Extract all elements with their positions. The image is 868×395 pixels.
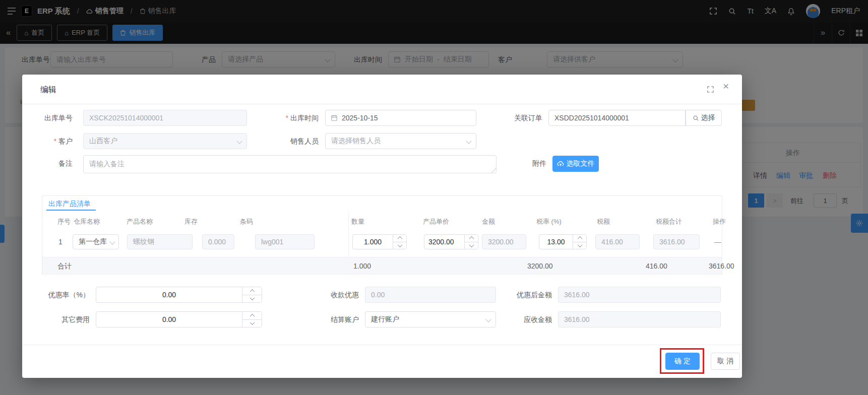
dialog-header-divider — [22, 104, 742, 104]
spinner-down-icon[interactable] — [393, 242, 406, 249]
upload-cloud-icon — [557, 160, 564, 167]
salesperson-select[interactable]: 请选择销售人员 — [325, 133, 476, 149]
tab-product-list[interactable]: 出库产品清单 — [48, 200, 91, 209]
col-stock: 库存 — [184, 217, 198, 226]
spinner-down-icon[interactable] — [465, 242, 478, 249]
chevron-down-icon — [236, 138, 242, 144]
receivable-input — [558, 311, 721, 327]
dialog-title: 编辑 — [40, 85, 56, 95]
customer-select: 山西客户 — [83, 133, 247, 149]
spinner-up-icon[interactable] — [573, 235, 586, 242]
amount-after-discount-label: 优惠后金额 — [502, 287, 552, 303]
row-qty-input[interactable] — [353, 235, 393, 249]
other-fee-input[interactable] — [96, 312, 242, 327]
col-barcode: 条码 — [240, 217, 253, 226]
chevron-down-icon — [466, 138, 471, 144]
spinner-down-icon[interactable] — [242, 295, 262, 303]
spinner-up-icon[interactable] — [393, 235, 406, 242]
total-tax: 416.00 — [646, 257, 667, 275]
col-warehouse: 仓库名称 — [74, 217, 100, 226]
total-tax-total: 3616.00 — [709, 257, 734, 275]
total-label: 合计 — [57, 257, 72, 275]
col-tax-rate: 税率 (%) — [536, 217, 562, 226]
customer-label: 客户 — [32, 133, 73, 149]
receivable-label: 应收金额 — [502, 311, 552, 327]
confirm-button[interactable]: 确 定 — [665, 353, 700, 370]
dialog-fullscreen-icon[interactable] — [707, 86, 714, 93]
fixed-column-divider — [348, 212, 349, 257]
other-fee-stepper[interactable] — [96, 311, 262, 327]
dialog-close-icon[interactable]: × — [723, 81, 729, 91]
active-tab-underline — [46, 210, 96, 211]
col-amount: 金额 — [482, 217, 495, 226]
row-tax-rate-input[interactable] — [539, 235, 573, 249]
settlement-account-select[interactable]: 建行账户 — [365, 311, 496, 327]
spinner-down-icon[interactable] — [242, 320, 262, 327]
attachment-upload-button[interactable]: 选取文件 — [552, 156, 599, 172]
salesperson-label: 销售人员 — [268, 133, 319, 149]
spinner-down-icon[interactable] — [573, 242, 586, 249]
out-time-value: 2025-10-15 — [342, 114, 378, 122]
col-price: 产品单价 — [423, 217, 449, 226]
row-amount-input — [482, 234, 526, 249]
remark-textarea[interactable] — [83, 155, 497, 173]
collection-discount-label: 收款优惠 — [308, 287, 359, 303]
amount-after-discount-input — [558, 287, 721, 303]
discount-rate-label: 优惠率（%） — [29, 287, 90, 303]
row-product-input — [127, 234, 193, 249]
dialog-footer-divider — [22, 345, 742, 345]
order-no-input — [83, 110, 247, 126]
col-op: 操作 — [713, 217, 726, 226]
chevron-down-icon — [485, 316, 491, 322]
out-time-label: 出库时间 — [268, 110, 319, 126]
other-fee-label: 其它费用 — [29, 311, 90, 327]
col-tax-total: 税额合计 — [656, 217, 682, 226]
product-list-section: 出库产品清单 序号 仓库名称 产品名称 库存 条码 数量 产品单价 金额 税率 … — [42, 195, 722, 275]
attachment-label: 附件 — [496, 155, 546, 171]
col-tax: 税额 — [597, 217, 610, 226]
calendar-icon — [331, 114, 338, 121]
out-time-date-input[interactable]: 2025-10-15 — [325, 110, 476, 126]
col-qty: 数量 — [351, 217, 364, 226]
cancel-button[interactable]: 取 消 — [711, 353, 740, 370]
remark-label: 备注 — [32, 155, 73, 171]
row-tax-rate-stepper[interactable] — [539, 234, 587, 249]
total-qty: 1.000 — [353, 257, 371, 275]
row-barcode-input — [255, 234, 315, 249]
total-row: 合计 1.000 3200.00 416.00 3616.00 — [42, 257, 722, 275]
spinner-up-icon[interactable] — [242, 287, 262, 295]
row-tax-input — [595, 234, 640, 249]
collection-discount-input — [365, 287, 496, 303]
spinner-up-icon[interactable] — [465, 235, 478, 242]
row-tax-total-input — [653, 234, 700, 249]
total-amount: 3200.00 — [527, 257, 553, 275]
col-index: 序号 — [57, 217, 71, 226]
row-index: 1 — [58, 238, 63, 246]
related-order-select-button[interactable]: 选择 — [686, 110, 722, 126]
discount-rate-input[interactable] — [96, 287, 242, 302]
row-price-input[interactable] — [424, 235, 464, 249]
row-qty-stepper[interactable] — [352, 234, 407, 249]
row-op-dash: — — [714, 238, 721, 246]
spinner-up-icon[interactable] — [242, 312, 262, 320]
row-price-stepper[interactable] — [424, 234, 478, 249]
settlement-account-label: 结算账户 — [308, 311, 359, 327]
edit-dialog: 编辑 × 出库单号 出库时间 2025-10-15 关联订单 选择 客户 山西客… — [22, 75, 742, 378]
col-product: 产品名称 — [127, 217, 153, 226]
row-stock-input — [202, 234, 234, 249]
discount-rate-stepper[interactable] — [96, 287, 262, 303]
order-no-label: 出库单号 — [32, 110, 73, 126]
row-warehouse-select[interactable]: 第一仓库 — [73, 234, 119, 249]
erp-app: E ERP 系统 / 销售管理 / 销售出库 — [0, 0, 868, 395]
related-order-input[interactable] — [548, 110, 686, 126]
search-icon — [693, 115, 699, 121]
chevron-down-icon — [109, 239, 115, 244]
related-order-label: 关联订单 — [492, 110, 542, 126]
